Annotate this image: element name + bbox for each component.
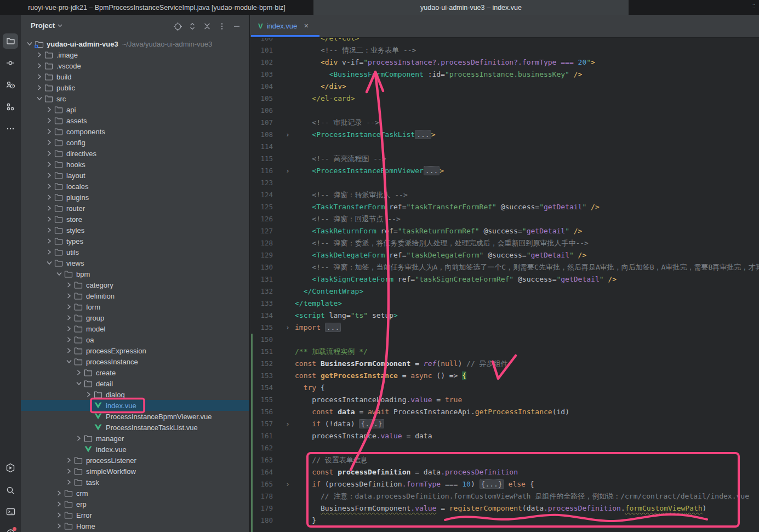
line-number[interactable]: 105 [250, 93, 273, 105]
fold-chevron-icon[interactable]: › [284, 478, 292, 490]
tree-item-ProcessInstanceTaskList.vue[interactable]: ProcessInstanceTaskList.vue [21, 422, 250, 433]
chevron-right-icon[interactable] [65, 479, 73, 485]
tree-item-locales[interactable]: locales [21, 181, 250, 192]
tree-item-form[interactable]: form [21, 301, 250, 312]
tree-item-dialog[interactable]: dialog [21, 389, 250, 400]
code-line-179[interactable]: 179 BusinessFormComponent.value = regist… [250, 502, 759, 514]
editor-tab-index-vue[interactable]: V index.vue ✕ [251, 15, 319, 37]
tree-item-plugins[interactable]: plugins [21, 192, 250, 203]
project-panel-title[interactable]: Project [31, 21, 62, 30]
tree-item-yudao-ui-admin-vue3[interactable]: yudao-ui-admin-vue3~/Java/yudao-ui-admin… [21, 38, 250, 49]
line-number[interactable]: 124 [250, 189, 273, 201]
code-line-101[interactable]: 101 <!-- 情况二：业务表单 --> [250, 44, 759, 56]
window-tab-vue-project[interactable]: yudao-ui-admin-vue3 – index.vue [313, 0, 629, 15]
chevron-right-icon[interactable] [45, 194, 53, 201]
code-line-155[interactable]: 155 processInstanceLoading.value = true [250, 394, 759, 406]
line-number[interactable]: 102 [250, 56, 273, 68]
line-number[interactable]: 125 [250, 201, 273, 213]
panel-header-more-vertical-icon[interactable] [216, 21, 227, 32]
activity-button-search-icon[interactable] [3, 483, 18, 498]
line-number[interactable]: 132 [250, 285, 273, 298]
code-line-152[interactable]: 152const BusinessFormComponent = ref(nul… [250, 358, 759, 370]
chevron-right-icon[interactable] [65, 325, 73, 332]
chevron-right-icon[interactable] [45, 205, 53, 211]
tree-item-.vscode[interactable]: .vscode [21, 60, 250, 71]
code-area[interactable]: 100 </el-col>101 <!-- 情况二：业务表单 -->102 <d… [250, 15, 759, 532]
line-number[interactable]: 156 [250, 406, 273, 418]
tree-item-store[interactable]: store [21, 214, 250, 225]
tree-item-oa[interactable]: oa [21, 334, 250, 345]
line-number[interactable]: 134 [250, 310, 273, 322]
line-number[interactable]: 151 [250, 346, 273, 358]
code-line-106[interactable]: 106 [250, 105, 759, 117]
fold-chevron-icon[interactable]: › [284, 418, 292, 430]
line-number[interactable]: 152 [250, 358, 273, 370]
line-number[interactable]: 135 [250, 322, 273, 334]
line-number[interactable]: 116 [250, 165, 273, 177]
chevron-right-icon[interactable] [45, 150, 53, 157]
line-number[interactable]: 133 [250, 298, 273, 310]
code-line-150[interactable]: 150 [250, 334, 759, 346]
code-line-135[interactable]: 135›import ... [250, 322, 759, 334]
code-line-153[interactable]: 153const getProcessInstance = async () =… [250, 370, 759, 382]
code-line-165[interactable]: 165› if (processDefinition.formType === … [250, 478, 759, 490]
tree-item-task[interactable]: task [21, 477, 250, 488]
code-line-126[interactable]: 126 <!-- 弹窗：回退节点 --> [250, 213, 759, 225]
chevron-right-icon[interactable] [65, 304, 73, 310]
chevron-down-icon[interactable] [25, 41, 33, 47]
line-number[interactable]: 164 [250, 466, 273, 478]
activity-button-pull-requests-icon[interactable]: ? [3, 77, 18, 93]
code-line-178[interactable]: 178 // 注意：data.processDefinition.formCus… [250, 490, 759, 502]
code-line-103[interactable]: 103 <BusinessFormComponent :id="processI… [250, 68, 759, 81]
tree-item-processExpression[interactable]: processExpression [21, 345, 250, 356]
tree-item-category[interactable]: category [21, 279, 250, 290]
panel-header-collapse-all-icon[interactable] [202, 21, 213, 32]
chevron-right-icon[interactable] [65, 468, 73, 474]
code-line-164[interactable]: 164 const processDefinition = data.proce… [250, 466, 759, 478]
tree-item-bpm[interactable]: bpm [21, 268, 250, 279]
line-number[interactable]: 131 [250, 273, 273, 285]
tree-item-simpleWorkflow[interactable]: simpleWorkflow [21, 466, 250, 477]
tree-item-config[interactable]: config [21, 137, 250, 148]
tree-item-erp[interactable]: erp [21, 499, 250, 510]
chevron-down-icon[interactable] [75, 380, 83, 387]
line-number[interactable]: 128 [250, 237, 273, 249]
tree-item-index.vue[interactable]: index.vue [21, 444, 250, 455]
tab-close-icon[interactable]: ✕ [304, 22, 309, 30]
tree-item-Home[interactable]: Home [21, 520, 250, 531]
panel-header-locate-icon[interactable] [172, 21, 183, 32]
code-line-134[interactable]: 134<script lang="ts" setup> [250, 310, 759, 322]
chevron-right-icon[interactable] [55, 490, 63, 496]
activity-button-run-icon[interactable] [3, 460, 18, 476]
chevron-right-icon[interactable] [45, 238, 53, 244]
code-line-115[interactable]: 115 <!-- 高亮流程图 --> [250, 153, 759, 165]
chevron-right-icon[interactable] [65, 347, 73, 354]
chevron-down-icon[interactable] [55, 271, 63, 277]
chevron-right-icon[interactable] [65, 282, 73, 288]
line-number[interactable]: 155 [250, 394, 273, 406]
code-line-161[interactable]: 161 processInstance.value = data [250, 430, 759, 442]
activity-button-project-folder-icon[interactable] [3, 33, 18, 49]
tree-item-api[interactable]: api [21, 104, 250, 115]
activity-button-terminal-icon[interactable] [3, 504, 18, 519]
chevron-right-icon[interactable] [35, 52, 43, 58]
code-line-162[interactable]: 162 [250, 442, 759, 454]
tree-item-directives[interactable]: directives [21, 148, 250, 159]
tree-item-manager[interactable]: manager [21, 433, 250, 444]
chevron-right-icon[interactable] [45, 172, 53, 179]
tree-item-ProcessInstanceBpmnViewer.vue[interactable]: ProcessInstanceBpmnViewer.vue [21, 411, 250, 422]
code-line-128[interactable]: 128 <!-- 弹窗：委派，将任务委派给别人处理，处理完成后，会重新回到原审批… [250, 237, 759, 249]
tree-item-index.vue[interactable]: index.vue [21, 400, 250, 411]
tree-item-types[interactable]: types [21, 236, 250, 247]
chevron-down-icon[interactable] [35, 95, 43, 102]
window-tab-java-project[interactable]: ruoyi-vue-pro-jdk21 – BpmProcessInstance… [0, 0, 313, 15]
line-number[interactable]: 123 [250, 177, 273, 189]
line-number[interactable]: 130 [250, 261, 273, 273]
code-line-132[interactable]: 132 </ContentWrap> [250, 285, 759, 298]
line-number[interactable]: 162 [250, 442, 273, 454]
line-number[interactable]: 179 [250, 502, 273, 514]
chevron-right-icon[interactable] [45, 183, 53, 190]
chevron-right-icon[interactable] [35, 84, 43, 91]
code-line-163[interactable]: 163 // 设置表单信息 [250, 454, 759, 466]
chevron-right-icon[interactable] [35, 73, 43, 80]
